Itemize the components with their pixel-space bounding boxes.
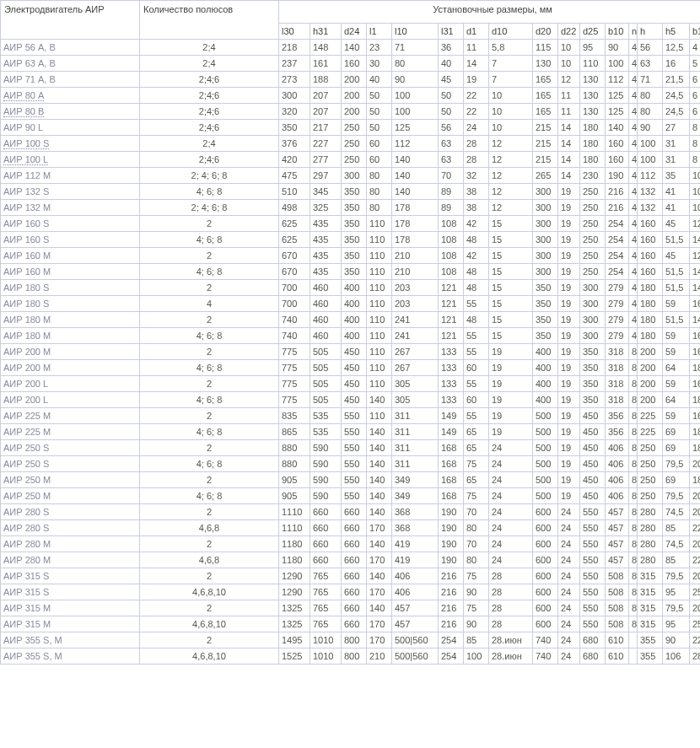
cell-l30: 237 <box>279 56 310 72</box>
cell-l10: 241 <box>392 312 439 328</box>
header-col-l30: l30 <box>279 24 310 40</box>
model-link[interactable]: АИР 100 S <box>3 138 49 149</box>
cell-d1: 70 <box>464 536 489 552</box>
cell-h: 250 <box>638 472 663 488</box>
cell-b10: 610 <box>606 648 629 665</box>
cell-model: АИР 200 М <box>1 344 140 360</box>
header-col-h: h <box>638 24 663 40</box>
cell-h31: 765 <box>310 600 342 616</box>
header-col-l10: l10 <box>392 24 439 40</box>
cell-model: АИР 180 S <box>1 296 140 312</box>
cell-h31: 217 <box>310 120 342 136</box>
cell-h: 132 <box>638 200 663 216</box>
cell-model: АИР 355 S, М <box>1 648 140 665</box>
cell-h: 225 <box>638 408 663 424</box>
cell-l30: 880 <box>279 440 310 456</box>
cell-d24: 350 <box>342 216 367 232</box>
cell-l1: 60 <box>367 152 392 168</box>
cell-h31: 1010 <box>310 632 342 648</box>
cell-n: 4 <box>629 296 638 312</box>
cell-d22: 14 <box>558 152 580 168</box>
cell-l30: 625 <box>279 232 310 248</box>
cell-b10: 160 <box>606 152 629 168</box>
cell-d1: 48 <box>464 312 489 328</box>
cell-b1: 28 <box>690 648 701 665</box>
cell-h31: 435 <box>310 264 342 280</box>
cell-l30: 420 <box>279 152 310 168</box>
cell-d10: 28.июн <box>489 632 533 648</box>
cell-h5: 59 <box>663 376 690 392</box>
cell-l1: 170 <box>367 584 392 600</box>
cell-d20: 600 <box>533 600 558 616</box>
cell-d1: 22 <box>464 104 489 120</box>
cell-model: АИР 250 М <box>1 488 140 504</box>
cell-d25: 450 <box>580 424 606 440</box>
cell-model[interactable]: АИР 80 А <box>1 88 140 104</box>
cell-d20: 300 <box>533 264 558 280</box>
cell-model[interactable]: АИР 100 S <box>1 136 140 152</box>
cell-poles: 2;4 <box>140 136 279 152</box>
cell-d10: 19 <box>489 408 533 424</box>
cell-d25: 350 <box>580 376 606 392</box>
cell-d1: 42 <box>464 248 489 264</box>
cell-l1: 140 <box>367 568 392 584</box>
table-row: АИР 355 S, М4,6,8,1015251010800210500|56… <box>1 648 701 665</box>
cell-d1: 55 <box>464 344 489 360</box>
cell-h31: 660 <box>310 520 342 536</box>
cell-poles: 4,6,8 <box>140 552 279 568</box>
model-link[interactable]: АИР 80 В <box>3 106 44 117</box>
cell-d20: 350 <box>533 312 558 328</box>
table-row: АИР 160 S4; 6; 8625435350110178108481530… <box>1 232 701 248</box>
cell-model: АИР 200 L <box>1 376 140 392</box>
cell-l31: 50 <box>439 88 464 104</box>
cell-l30: 510 <box>279 184 310 200</box>
cell-b1: 4 <box>690 40 701 56</box>
cell-b10: 318 <box>606 392 629 408</box>
cell-h5: 51,5 <box>663 232 690 248</box>
cell-poles: 4; 6; 8 <box>140 264 279 280</box>
cell-h: 280 <box>638 536 663 552</box>
cell-model[interactable]: АИР 80 В <box>1 104 140 120</box>
cell-d20: 500 <box>533 424 558 440</box>
cell-poles: 4; 6; 8 <box>140 232 279 248</box>
cell-model: АИР 160 S <box>1 216 140 232</box>
cell-d20: 350 <box>533 328 558 344</box>
header-col-b1: b1 <box>690 24 701 40</box>
cell-d10: 28.июн <box>489 648 533 665</box>
cell-d24: 800 <box>342 632 367 648</box>
cell-l1: 110 <box>367 216 392 232</box>
cell-l1: 140 <box>367 504 392 520</box>
cell-b1: 20 <box>690 504 701 520</box>
cell-l10: 178 <box>392 232 439 248</box>
cell-d24: 250 <box>342 136 367 152</box>
cell-d10: 19 <box>489 424 533 440</box>
cell-d24: 660 <box>342 504 367 520</box>
cell-d24: 450 <box>342 392 367 408</box>
cell-model: АИР 180 S <box>1 280 140 296</box>
cell-model: АИР 280 М <box>1 536 140 552</box>
cell-d1: 38 <box>464 200 489 216</box>
cell-d22: 19 <box>558 408 580 424</box>
table-row: АИР 180 S4700460400110203121551535019300… <box>1 296 701 312</box>
cell-d22: 19 <box>558 392 580 408</box>
cell-h31: 207 <box>310 88 342 104</box>
cell-d10: 15 <box>489 328 533 344</box>
cell-h: 80 <box>638 88 663 104</box>
cell-d10: 24 <box>489 472 533 488</box>
cell-h31: 765 <box>310 584 342 600</box>
cell-l31: 50 <box>439 104 464 120</box>
cell-n <box>629 648 638 665</box>
cell-model[interactable]: АИР 100 L <box>1 152 140 168</box>
model-link[interactable]: АИР 80 А <box>3 90 44 101</box>
cell-l1: 110 <box>367 280 392 296</box>
cell-b1: 16 <box>690 328 701 344</box>
table-row: АИР 112 М2; 4; 6; 8475297300801407032122… <box>1 168 701 184</box>
cell-d20: 500 <box>533 472 558 488</box>
model-link[interactable]: АИР 100 L <box>3 154 48 165</box>
cell-l1: 110 <box>367 248 392 264</box>
cell-h: 200 <box>638 344 663 360</box>
cell-d10: 5,8 <box>489 40 533 56</box>
table-row: АИР 200 М4; 6; 8775505450110267133601940… <box>1 360 701 376</box>
cell-d20: 740 <box>533 648 558 665</box>
cell-b1: 20 <box>690 456 701 472</box>
